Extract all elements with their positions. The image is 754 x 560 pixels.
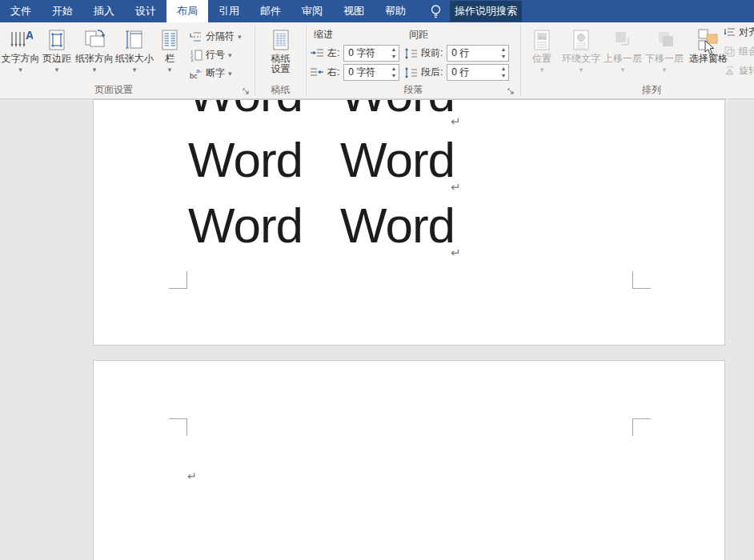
tab-layout[interactable]: 布局 [166,0,208,22]
tell-me-search[interactable]: 操作说明搜索 [429,0,522,22]
tab-view[interactable]: 视图 [333,0,375,22]
grid-paper-icon [269,26,293,54]
chevron-down-icon: ▾ [228,52,232,58]
tab-file[interactable]: 文件 [0,0,42,22]
position-button[interactable]: 位置 ▾ [523,22,560,73]
group-label-paragraph: 段落 [307,83,520,97]
chevron-down-icon: ▾ [238,34,242,40]
hyphenation-icon: bc a- [190,67,203,80]
orientation-icon [82,26,107,54]
text-line[interactable]: Word Word ↵ [94,132,724,190]
indent-right-field[interactable]: ▲▼ [343,64,399,81]
text-direction-button[interactable]: A 文字方向 ▾ [2,22,39,73]
space-before-spinner[interactable]: ▲▼ [498,46,508,61]
breaks-button[interactable]: 分隔符 ▾ [190,27,242,46]
space-after-spinner[interactable]: ▲▼ [498,65,508,80]
group-label-page-setup: 页面设置 [0,83,227,97]
document-page-1[interactable]: Word Word ↵ Word Word ↵ Word Word ↵ [93,99,725,346]
space-after-field[interactable]: ▲▼ [447,64,509,81]
spacing-heading: 间距 [409,28,428,42]
indent-left-icon [310,47,324,59]
margins-icon [45,26,69,54]
ribbon-tab-bar: 文件 开始 插入 设计 布局 引用 邮件 审阅 视图 帮助 操作说明搜索 [0,0,754,22]
chevron-down-icon: ▾ [133,66,137,73]
paper-size-button[interactable]: 纸张大小 ▾ [114,22,154,73]
rotate-icon [724,65,736,77]
bring-forward-icon [611,26,635,54]
chevron-down-icon: ▾ [168,66,172,73]
align-icon [724,26,736,38]
tab-review[interactable]: 审阅 [291,0,333,22]
orientation-button[interactable]: 纸张方向 ▾ [74,22,114,73]
text-boundary-mark [632,271,651,289]
group-label-arrange: 排列 [553,83,750,97]
chevron-down-icon: ▾ [663,66,667,73]
paragraph-mark: ↵ [187,470,197,482]
wrap-text-button[interactable]: 环绕文字 ▾ [560,22,602,73]
tab-mailings[interactable]: 邮件 [250,0,291,22]
line-numbers-button[interactable]: 123 行号 ▾ [190,46,242,64]
group-grid-paper: 稿纸 设置 稿纸 [255,22,306,98]
svg-text:A: A [26,29,33,42]
indent-left-field[interactable]: ▲▼ [343,45,399,62]
tab-references[interactable]: 引用 [208,0,250,22]
group-icon [724,46,736,58]
paper-size-icon [122,26,146,54]
wrap-text-icon [570,26,592,54]
text-boundary-mark [632,418,651,436]
page-setup-dialog-launcher[interactable] [241,86,252,98]
breaks-icon [190,30,203,43]
grid-paper-settings-button[interactable]: 稿纸 设置 [255,22,306,74]
svg-text:3: 3 [191,58,193,62]
space-before-icon [404,47,418,60]
svg-text:a-: a- [196,67,202,74]
space-before-label: 段前: [421,46,443,60]
text-direction-icon: A [9,26,33,54]
position-icon [531,26,553,54]
text-boundary-mark [169,271,187,289]
chevron-down-icon: ▾ [55,66,59,73]
space-before-field[interactable]: ▲▼ [447,45,509,62]
chevron-down-icon: ▾ [540,66,544,73]
chevron-down-icon: ▾ [93,66,97,73]
lightbulb-icon [429,4,443,18]
text-boundary-mark [169,418,187,436]
chevron-down-icon: ▾ [228,70,232,77]
document-page-2[interactable]: ↵ [93,360,725,560]
send-backward-button[interactable]: 下移一层 ▾ [644,22,685,73]
tab-design[interactable]: 设计 [125,0,166,22]
bring-forward-button[interactable]: 上移一层 ▾ [602,22,644,73]
margins-button[interactable]: 页边距 ▾ [39,22,74,73]
hyphenation-button[interactable]: bc a- 断字 ▾ [190,64,242,82]
paragraph-mark: ↵ [451,225,461,281]
group-paragraph: 缩进 间距 左: ▲▼ 右: ▲▼ [307,22,520,98]
indent-right-icon [310,66,324,78]
chevron-down-icon: ▾ [18,66,22,73]
rotate-button[interactable]: 旋转 [724,61,754,80]
group-label-grid-paper: 稿纸 [255,83,306,97]
line-numbers-icon: 123 [190,49,203,62]
indent-right-spinner[interactable]: ▲▼ [388,65,399,80]
tab-insert[interactable]: 插入 [83,0,125,22]
space-after-label: 段后: [421,66,443,79]
columns-icon [158,26,182,54]
tab-home[interactable]: 开始 [42,0,83,22]
selection-pane-icon [696,26,720,54]
columns-button[interactable]: 栏 ▾ [154,22,185,73]
chevron-down-icon: ▾ [621,66,625,73]
text-line[interactable]: Word Word ↵ [94,99,724,124]
indent-heading: 缩进 [314,28,333,42]
indent-left-spinner[interactable]: ▲▼ [388,46,399,61]
tab-help[interactable]: 帮助 [375,0,416,22]
indent-right-label: 右: [327,66,339,79]
send-backward-icon [652,26,676,54]
align-button[interactable]: 对齐 [724,22,754,42]
chevron-down-icon: ▾ [580,66,584,73]
group-button[interactable]: 组合 [724,42,754,61]
document-canvas[interactable]: Word Word ↵ Word Word ↵ Word Word ↵ ↵ [0,99,754,560]
search-input[interactable]: 操作说明搜索 [450,1,522,22]
text-line[interactable]: Word Word ↵ [94,198,724,255]
paragraph-dialog-launcher[interactable] [506,86,517,98]
layout-ribbon: A 文字方向 ▾ 页边距 ▾ [0,22,754,99]
group-arrange: 位置 ▾ 环绕文字 ▾ [521,22,754,98]
